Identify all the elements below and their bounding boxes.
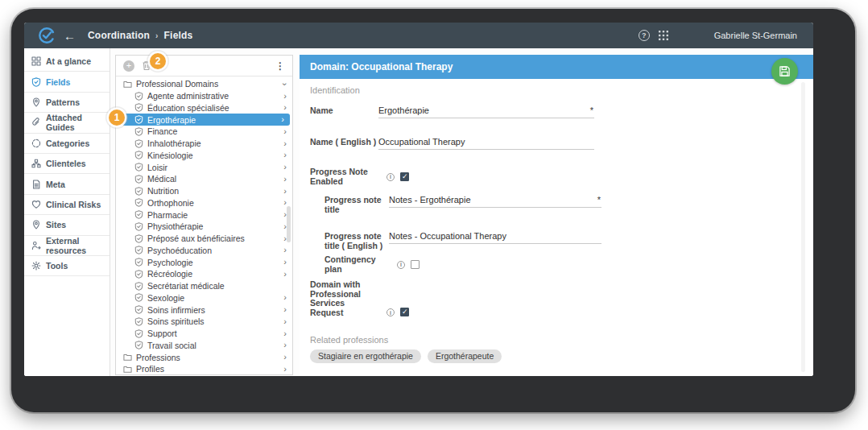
info-icon[interactable]: i xyxy=(397,261,405,269)
tree-item-sexologie[interactable]: Sexologie› xyxy=(116,292,292,304)
contingency-plan-checkbox[interactable] xyxy=(411,260,420,269)
tree-folder-profiles[interactable]: Profiles› xyxy=(116,363,292,375)
sidebar-item-attached-guides[interactable]: Attached Guides xyxy=(24,113,110,133)
tree-item-travail-social[interactable]: Travail social› xyxy=(116,340,292,352)
tree-item-prepose-aux-beneficiaires[interactable]: Préposé aux bénéficiaires› xyxy=(116,233,292,245)
name-english-input[interactable]: Occupational Therapy xyxy=(378,137,594,150)
tree-item-finance[interactable]: Finance› xyxy=(116,126,292,138)
tree-item-soins-infirmiers[interactable]: Soins infirmiers› xyxy=(116,304,292,316)
shield-icon xyxy=(134,305,143,314)
tree-row-label: Psychologie xyxy=(147,258,193,267)
save-floppy-icon xyxy=(779,65,791,77)
shield-icon xyxy=(134,139,143,148)
sidebar-item-tools[interactable]: Tools xyxy=(24,256,110,276)
name-input[interactable]: Ergothérapie * xyxy=(378,105,594,118)
sidebar-item-meta[interactable]: Meta xyxy=(24,174,110,194)
sidebar-item-label: Tools xyxy=(46,261,68,271)
sidebar-item-external-resources[interactable]: External resources xyxy=(24,236,110,256)
tree-item-soins-spirituels[interactable]: Soins spirituels› xyxy=(116,316,292,328)
help-icon[interactable]: ? xyxy=(639,30,650,41)
breadcrumb-root[interactable]: Coordination xyxy=(88,30,150,41)
topbar: ← Coordination › Fields ? Gabrielle St-G… xyxy=(24,23,813,48)
chevron-right-icon[interactable]: › xyxy=(283,103,287,112)
external-resources-icon xyxy=(31,241,41,250)
progress-note-title-english-input[interactable]: Notes - Occupational Therapy xyxy=(389,231,601,244)
tree-item-nutrition[interactable]: Nutrition› xyxy=(116,185,292,197)
tree-item-orthophonie[interactable]: Orthophonie› xyxy=(116,197,292,209)
tree-item-recreologie[interactable]: Récréologie› xyxy=(116,268,292,280)
save-button[interactable] xyxy=(771,58,798,85)
tree-row-label: Agente administrative xyxy=(147,91,229,101)
detail-scrollbar[interactable] xyxy=(801,82,805,372)
tree-row-label: Secrétariat médicale xyxy=(147,281,225,291)
chevron-down-icon[interactable]: › xyxy=(281,83,290,86)
chevron-right-icon[interactable]: › xyxy=(283,270,287,279)
sidebar-item-categories[interactable]: Categories xyxy=(24,134,110,154)
chevron-right-icon[interactable]: › xyxy=(283,365,287,374)
categories-icon xyxy=(31,139,41,148)
kebab-menu-icon[interactable]: ⋮ xyxy=(275,60,285,72)
chevron-right-icon[interactable]: › xyxy=(283,305,287,314)
chevron-right-icon[interactable]: › xyxy=(283,139,287,148)
folder-icon xyxy=(123,80,132,89)
progress-note-enabled-checkbox[interactable] xyxy=(400,172,409,181)
info-icon[interactable]: i xyxy=(386,308,395,316)
tree-row-label: Ergothérapie xyxy=(147,115,196,125)
sidebar-item-clinical-risks[interactable]: Clinical Risks xyxy=(24,195,110,215)
tree-item-secretariat-medicale[interactable]: Secrétariat médicale xyxy=(116,280,292,292)
chevron-right-icon[interactable]: › xyxy=(283,175,287,184)
chevron-right-icon[interactable]: › xyxy=(283,317,287,326)
chevron-right-icon[interactable]: › xyxy=(283,329,287,338)
chevron-right-icon[interactable]: › xyxy=(283,187,287,196)
tree-item-support[interactable]: Support› xyxy=(116,328,292,340)
chevron-right-icon[interactable]: › xyxy=(283,293,287,302)
tree-item-medical[interactable]: Médical› xyxy=(116,173,292,185)
tree-item-pharmacie[interactable]: Pharmacie› xyxy=(116,209,292,221)
chevron-right-icon[interactable]: › xyxy=(283,163,287,172)
sidebar-item-sites[interactable]: Sites xyxy=(24,215,110,235)
tree-item-ergotherapie[interactable]: Ergothérapie› xyxy=(122,114,290,126)
tree-scrollbar[interactable] xyxy=(287,206,291,242)
profession-chip-ergotherapeute[interactable]: Ergothérapeute xyxy=(428,349,502,363)
add-icon[interactable]: + xyxy=(123,60,134,72)
sidebar-item-label: Clienteles xyxy=(46,159,86,168)
tree-folder-professions[interactable]: Professions› xyxy=(116,351,292,363)
progress-note-enabled-label: Progress Note Enabled xyxy=(310,167,378,186)
profession-chip-stagiaire-en-ergotherapie[interactable]: Stagiaire en ergothérapie xyxy=(310,349,421,363)
tree-row-label: Nutrition xyxy=(147,186,179,196)
tree-row-label: Orthophonie xyxy=(147,198,194,208)
tree-folder-professional-domains[interactable]: Professional Domains› xyxy=(116,78,292,90)
tree-item-physiotherapie[interactable]: Physiothérapie› xyxy=(116,221,292,233)
domain-with-psr-checkbox[interactable] xyxy=(400,308,409,316)
tree-row-label: Profiles xyxy=(136,364,164,374)
tree-item-agente-administrative[interactable]: Agente administrative› xyxy=(116,90,292,102)
main-content: At a glanceFieldsPatternsAttached Guides… xyxy=(24,48,813,376)
breadcrumb-current: Fields xyxy=(164,30,193,41)
sidebar-item-at-a-glance[interactable]: At a glance xyxy=(24,52,110,72)
chevron-right-icon[interactable]: › xyxy=(283,353,287,362)
tree-item-kinesiologie[interactable]: Kinésiologie› xyxy=(116,150,292,162)
chevron-right-icon[interactable]: › xyxy=(283,92,287,101)
chevron-right-icon[interactable]: › xyxy=(281,115,284,124)
chevron-right-icon[interactable]: › xyxy=(283,127,287,136)
tree-item-education-specialisee[interactable]: Éducation spécialisée› xyxy=(116,102,292,114)
sidebar-item-fields[interactable]: Fields xyxy=(24,72,110,92)
tree-item-psychoeducation[interactable]: Psychoéducation› xyxy=(116,245,292,257)
progress-note-title-input[interactable]: Notes - Ergothérapie * xyxy=(389,195,601,208)
user-name[interactable]: Gabrielle St-Germain xyxy=(714,31,797,40)
chevron-right-icon[interactable]: › xyxy=(283,258,287,267)
chevron-right-icon[interactable]: › xyxy=(283,198,287,207)
info-icon[interactable]: i xyxy=(386,173,395,181)
tree-item-inhalotherapie[interactable]: Inhalothérapie› xyxy=(116,138,292,150)
back-arrow-icon[interactable]: ← xyxy=(64,30,76,42)
chevron-right-icon[interactable]: › xyxy=(283,246,287,254)
chevron-right-icon[interactable]: › xyxy=(283,341,287,349)
sidebar-item-label: Sites xyxy=(46,220,66,229)
apps-grid-icon[interactable] xyxy=(659,31,668,40)
tree-item-psychologie[interactable]: Psychologie› xyxy=(116,256,292,268)
sidebar-item-clienteles[interactable]: Clienteles xyxy=(24,154,110,174)
tree-row-label: Physiothérapie xyxy=(147,221,203,231)
tree-item-loisir[interactable]: Loisir› xyxy=(116,161,292,173)
sidebar-item-patterns[interactable]: Patterns xyxy=(24,93,110,113)
chevron-right-icon[interactable]: › xyxy=(283,151,287,159)
